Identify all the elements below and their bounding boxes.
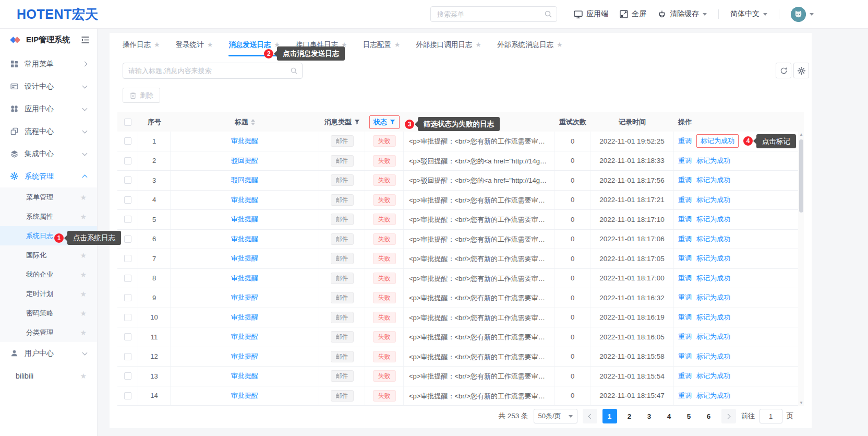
favorite-star-icon[interactable]: ★ (80, 290, 87, 298)
mark-success-link[interactable]: 标记为成功 (696, 332, 730, 341)
sidebar-item-scheduled-plan[interactable]: 定时计划★ (0, 284, 97, 303)
row-title-link[interactable]: 审批提醒 (231, 215, 258, 224)
filter-icon[interactable] (354, 119, 360, 125)
favorite-star-icon[interactable]: ★ (80, 328, 87, 337)
row-title-link[interactable]: 审批提醒 (231, 371, 258, 381)
mark-success-link[interactable]: 标记为成功 (696, 234, 730, 244)
page-button-5[interactable]: 5 (682, 409, 696, 423)
page-button-4[interactable]: 4 (662, 409, 677, 423)
retry-link[interactable]: 重调 (678, 371, 692, 381)
retry-link[interactable]: 重调 (678, 293, 692, 302)
page-button-2[interactable]: 2 (622, 409, 637, 423)
row-title-link[interactable]: 审批提醒 (231, 352, 258, 361)
app-client-button[interactable]: 应用端 (574, 9, 608, 19)
mark-success-link[interactable]: 标记为成功 (696, 195, 730, 205)
row-title-link[interactable]: 审批提醒 (231, 313, 258, 322)
tab-log-config[interactable]: 日志配置★ (363, 33, 401, 56)
scrollbar-thumb[interactable] (799, 139, 803, 213)
retry-link[interactable]: 重调 (678, 254, 692, 263)
row-title-link[interactable]: 驳回提醒 (231, 156, 258, 166)
next-page-button[interactable] (721, 409, 736, 423)
row-title-link[interactable]: 审批提醒 (231, 136, 258, 146)
sidebar-item-flow-center[interactable]: 流程中心 (0, 120, 97, 143)
row-checkbox[interactable] (124, 353, 131, 360)
row-checkbox[interactable] (124, 392, 131, 399)
favorite-star-icon[interactable]: ★ (80, 213, 87, 221)
favorite-star-icon[interactable]: ★ (80, 309, 87, 317)
retry-link[interactable]: 重调 (678, 195, 692, 205)
sidebar-item-bilibili[interactable]: bilibili ★ (0, 364, 97, 387)
mark-success-link[interactable]: 标记为成功 (696, 215, 730, 224)
retry-link[interactable]: 重调 (678, 234, 692, 244)
sidebar-item-category-management[interactable]: 分类管理★ (0, 323, 97, 342)
row-checkbox[interactable] (124, 294, 131, 301)
row-title-link[interactable]: 审批提醒 (231, 195, 258, 205)
sidebar-collapse-icon[interactable] (81, 36, 90, 44)
mark-success-link[interactable]: 标记为成功 (696, 313, 730, 322)
row-checkbox[interactable] (124, 137, 131, 145)
row-checkbox[interactable] (124, 157, 131, 164)
favorite-star-icon[interactable]: ★ (80, 251, 87, 260)
menu-search-input[interactable] (430, 6, 557, 22)
page-button-1[interactable]: 1 (602, 409, 617, 423)
clear-cache-button[interactable]: 清除缓存 (658, 9, 707, 19)
delete-button[interactable]: 删除 (123, 88, 160, 103)
sidebar-item-design-center[interactable]: 设计中心 (0, 75, 97, 98)
favorite-star-icon[interactable]: ★ (154, 41, 160, 49)
tab-external-interface-call-log[interactable]: 外部接口调用日志★ (416, 33, 481, 56)
row-checkbox[interactable] (124, 235, 131, 243)
scroll-up-arrow[interactable]: ▲ (798, 132, 804, 138)
row-checkbox[interactable] (124, 333, 131, 340)
mark-success-link[interactable]: 标记为成功 (696, 352, 730, 361)
row-title-link[interactable]: 审批提醒 (231, 391, 258, 400)
fullscreen-button[interactable]: 全屏 (620, 9, 646, 19)
page-button-3[interactable]: 3 (642, 409, 657, 423)
language-selector[interactable]: 简体中文 (730, 9, 767, 19)
filter-icon[interactable] (390, 119, 395, 125)
row-checkbox[interactable] (124, 196, 131, 204)
retry-link[interactable]: 重调 (678, 391, 692, 400)
row-title-link[interactable]: 驳回提醒 (231, 175, 258, 185)
mark-success-link[interactable]: 标记为成功 (696, 371, 730, 381)
user-menu[interactable] (791, 7, 814, 22)
sort-icon[interactable] (251, 117, 255, 127)
sidebar-item-password-policy[interactable]: 密码策略★ (0, 303, 97, 323)
row-checkbox[interactable] (124, 255, 131, 262)
tab-message-send-log[interactable]: 消息发送日志★ 2 点击消息发送日志 (228, 33, 280, 56)
retry-link[interactable]: 重调 (678, 136, 692, 146)
retry-link[interactable]: 重调 (678, 332, 692, 341)
refresh-button[interactable] (776, 63, 791, 78)
sidebar-item-app-center[interactable]: 应用中心 (0, 98, 97, 120)
mark-success-link[interactable]: 标记为成功 (696, 293, 730, 302)
column-settings-button[interactable] (793, 63, 809, 78)
sidebar-item-my-enterprise[interactable]: 我的企业★ (0, 265, 97, 284)
mark-success-link[interactable]: 标记为成功 (696, 156, 730, 166)
tab-external-system-message-log[interactable]: 外部系统消息日志★ (497, 33, 563, 56)
sidebar-item-common-menu[interactable]: 常用菜单 (0, 53, 97, 75)
row-title-link[interactable]: 审批提醒 (231, 234, 258, 244)
sidebar-item-system-management[interactable]: 系统管理 (0, 165, 97, 187)
row-title-link[interactable]: 审批提醒 (231, 332, 258, 341)
favorite-star-icon[interactable]: ★ (80, 372, 87, 380)
retry-link[interactable]: 重调 (678, 156, 692, 166)
row-checkbox[interactable] (124, 314, 131, 321)
favorite-star-icon[interactable]: ★ (80, 193, 87, 202)
favorite-star-icon[interactable]: ★ (475, 41, 481, 49)
scroll-down-arrow[interactable]: ▼ (798, 400, 804, 406)
retry-link[interactable]: 重调 (678, 274, 692, 283)
sidebar-item-system-properties[interactable]: 系统属性★ (0, 207, 97, 226)
tab-operation-log[interactable]: 操作日志★ (123, 33, 160, 56)
mark-success-link[interactable]: 标记为成功 (696, 134, 739, 148)
retry-link[interactable]: 重调 (678, 313, 692, 322)
row-title-link[interactable]: 审批提醒 (231, 254, 258, 263)
row-checkbox[interactable] (124, 372, 131, 380)
retry-link[interactable]: 重调 (678, 175, 692, 185)
favorite-star-icon[interactable]: ★ (557, 41, 563, 49)
row-title-link[interactable]: 审批提醒 (231, 293, 258, 302)
favorite-star-icon[interactable]: ★ (207, 41, 213, 49)
sidebar-item-user-center[interactable]: 用户中心 (0, 342, 97, 364)
retry-link[interactable]: 重调 (678, 215, 692, 224)
prev-page-button[interactable] (583, 409, 597, 423)
row-checkbox[interactable] (124, 275, 131, 282)
goto-page-input[interactable] (760, 409, 782, 423)
